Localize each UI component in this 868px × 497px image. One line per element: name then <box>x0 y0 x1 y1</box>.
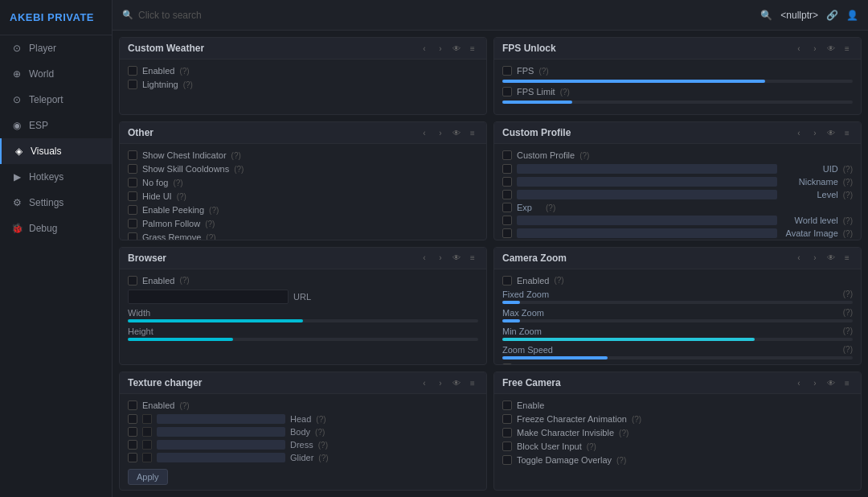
menu-btn[interactable]: ≡ <box>841 43 853 54</box>
level-checkbox[interactable] <box>502 190 512 199</box>
glider-checkbox[interactable] <box>128 453 137 462</box>
sidebar-item-settings[interactable]: ⚙ Settings <box>0 190 112 216</box>
fps-label: FPS <box>517 66 534 76</box>
sidebar-item-esp[interactable]: ◉ ESP <box>0 113 112 138</box>
prev-btn[interactable]: ‹ <box>793 43 805 54</box>
link-icon[interactable]: 🔗 <box>826 10 838 21</box>
hide-ui-checkbox[interactable] <box>128 191 137 201</box>
avatar-image-label: Avatar Image <box>782 228 838 238</box>
sidebar-item-world[interactable]: ⊕ World <box>0 61 112 87</box>
prev-btn[interactable]: ‹ <box>419 127 430 138</box>
fov-changer-checkbox[interactable] <box>502 364 512 366</box>
menu-btn[interactable]: ≡ <box>467 43 478 54</box>
block-input-checkbox[interactable] <box>502 442 512 451</box>
nickname-checkbox[interactable] <box>502 177 512 187</box>
custom-profile-checkbox[interactable] <box>502 150 512 160</box>
eye-btn[interactable]: 👁 <box>451 43 462 54</box>
head-checkbox[interactable] <box>128 414 137 424</box>
next-btn[interactable]: › <box>809 253 821 264</box>
apply-button[interactable]: Apply <box>128 469 168 485</box>
url-input[interactable] <box>128 290 289 304</box>
invisible-checkbox[interactable] <box>502 428 512 437</box>
panel-fps-unlock-title: FPS Unlock <box>502 43 556 54</box>
eye-btn[interactable]: 👁 <box>451 253 462 264</box>
body-checkbox[interactable] <box>128 427 137 437</box>
fps-checkbox[interactable] <box>502 66 512 76</box>
fixed-zoom-label-row: Fixed Zoom (?) <box>502 290 853 299</box>
sidebar-item-visuals[interactable]: ◈ Visuals <box>0 138 112 164</box>
zoom-speed-track[interactable] <box>502 356 853 359</box>
fps-limit-slider-track[interactable] <box>502 101 853 104</box>
menu-btn[interactable]: ≡ <box>841 127 853 138</box>
palmon-checkbox[interactable] <box>128 219 137 228</box>
peeking-checkbox[interactable] <box>128 205 137 215</box>
uid-checkbox[interactable] <box>502 164 512 174</box>
eye-btn[interactable]: 👁 <box>825 377 837 388</box>
cam-enabled-checkbox[interactable] <box>502 276 512 285</box>
custom-profile-help: (?) <box>579 151 589 160</box>
min-zoom-label: Min Zoom <box>502 327 542 336</box>
next-btn[interactable]: › <box>435 127 446 138</box>
menu-btn[interactable]: ≡ <box>467 377 478 388</box>
sidebar-item-debug[interactable]: 🐞 Debug <box>0 216 112 241</box>
prev-btn[interactable]: ‹ <box>419 253 430 264</box>
next-btn[interactable]: › <box>435 43 446 54</box>
free-cam-enable-checkbox[interactable] <box>502 400 512 410</box>
prev-btn[interactable]: ‹ <box>793 253 805 264</box>
custom-profile-label: Custom Profile <box>517 150 575 160</box>
panel-browser-body: Enabled (?) URL Width Height <box>120 269 486 351</box>
level-row: Level (?) <box>502 190 853 199</box>
prev-btn[interactable]: ‹ <box>419 43 430 54</box>
next-btn[interactable]: › <box>435 377 446 388</box>
skill-checkbox[interactable] <box>128 164 137 174</box>
grass-label: Grass Remove <box>142 232 201 240</box>
freeze-anim-checkbox[interactable] <box>502 414 512 424</box>
sidebar-item-player[interactable]: ⊙ Player <box>0 35 112 61</box>
chest-checkbox[interactable] <box>128 150 137 160</box>
lightning-checkbox[interactable] <box>128 80 137 89</box>
eye-btn[interactable]: 👁 <box>451 377 462 388</box>
browser-enabled-checkbox[interactable] <box>128 276 137 285</box>
prev-btn[interactable]: ‹ <box>419 377 430 388</box>
fps-slider-track[interactable] <box>502 80 853 83</box>
panel-custom-weather-controls: ‹ › 👁 ≡ <box>419 43 478 54</box>
texture-enabled-checkbox[interactable] <box>128 400 137 410</box>
avatar-image-checkbox[interactable] <box>502 228 512 238</box>
height-slider-track[interactable] <box>128 338 478 341</box>
exp-checkbox[interactable] <box>502 203 512 212</box>
enabled-checkbox[interactable] <box>128 66 137 76</box>
fps-limit-checkbox[interactable] <box>502 87 512 97</box>
fog-checkbox[interactable] <box>128 178 137 187</box>
eye-btn[interactable]: 👁 <box>825 127 837 138</box>
world-level-checkbox[interactable] <box>502 216 512 225</box>
sidebar-item-teleport[interactable]: ⊙ Teleport <box>0 87 112 113</box>
search-bar[interactable]: 🔍 Click to search <box>122 10 754 21</box>
topbar: 🔍 Click to search 🔍 <nullptr> 🔗 👤 <box>113 0 868 31</box>
next-btn[interactable]: › <box>809 377 821 388</box>
min-zoom-track[interactable] <box>502 338 853 341</box>
max-zoom-track[interactable] <box>502 319 853 322</box>
menu-btn[interactable]: ≡ <box>467 127 478 138</box>
next-btn[interactable]: › <box>435 253 446 264</box>
grass-checkbox[interactable] <box>128 232 137 240</box>
eye-btn[interactable]: 👁 <box>825 253 837 264</box>
zoom-speed-fill <box>502 356 608 359</box>
next-btn[interactable]: › <box>809 43 821 54</box>
search-icon-right[interactable]: 🔍 <box>760 10 772 21</box>
user-icon[interactable]: 👤 <box>846 10 858 21</box>
width-slider-track[interactable] <box>128 319 478 322</box>
prev-btn[interactable]: ‹ <box>793 127 805 138</box>
dress-checkbox[interactable] <box>128 440 137 450</box>
debug-icon: 🐞 <box>11 223 23 234</box>
menu-btn[interactable]: ≡ <box>841 377 853 388</box>
sidebar-item-hotkeys[interactable]: ▶ Hotkeys <box>0 164 112 190</box>
menu-btn[interactable]: ≡ <box>467 253 478 264</box>
damage-overlay-checkbox[interactable] <box>502 455 512 465</box>
fixed-zoom-track[interactable] <box>502 301 853 304</box>
eye-btn[interactable]: 👁 <box>451 127 462 138</box>
zoom-speed-help: (?) <box>843 345 853 354</box>
menu-btn[interactable]: ≡ <box>841 253 853 264</box>
next-btn[interactable]: › <box>809 127 821 138</box>
eye-btn[interactable]: 👁 <box>825 43 837 54</box>
prev-btn[interactable]: ‹ <box>793 377 805 388</box>
